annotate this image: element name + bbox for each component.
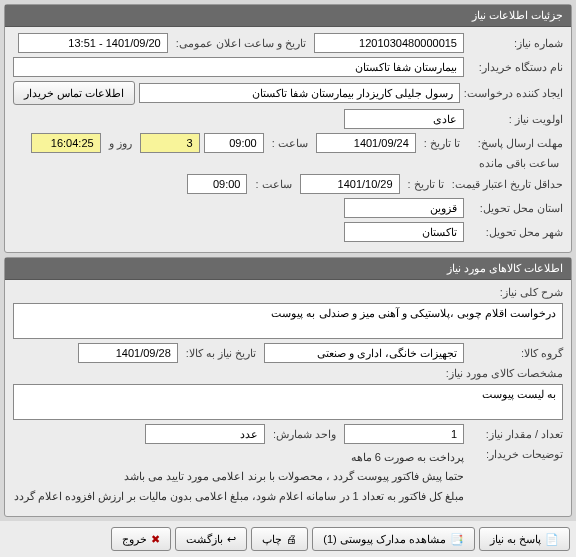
buyer-notes-line-1: پرداخت به صورت 6 ماهه: [13, 448, 464, 467]
panel1-body: شماره نیاز: تاریخ و ساعت اعلان عمومی: نا…: [5, 27, 571, 252]
need-details-panel: جزئیات اطلاعات نیاز شماره نیاز: تاریخ و …: [4, 4, 572, 253]
buyer-notes-line-3: مبلغ کل فاکتور به تعداد 1 در سامانه اعلا…: [13, 487, 464, 506]
reply-to-date-field[interactable]: [316, 133, 416, 153]
to-date-label-2: تا تاریخ :: [408, 178, 444, 191]
time-label-2: ساعت :: [255, 178, 291, 191]
panel1-header: جزئیات اطلاعات نیاز: [5, 5, 571, 27]
remaining-label: ساعت باقی مانده: [479, 157, 559, 170]
validity-date-field[interactable]: [300, 174, 400, 194]
print-button-label: چاپ: [262, 533, 282, 546]
attachments-button[interactable]: مشاهده مدارک پیوستی (1): [312, 527, 475, 551]
back-button[interactable]: بازگشت: [175, 527, 247, 551]
priority-label: اولویت نیاز :: [468, 113, 563, 126]
creator-label: ایجاد کننده درخواست:: [464, 87, 563, 100]
announce-field[interactable]: [18, 33, 168, 53]
desc-textarea[interactable]: [13, 303, 563, 339]
printer-icon: [286, 533, 297, 545]
buyer-label: نام دستگاه خریدار:: [468, 61, 563, 74]
exit-button-label: خروج: [122, 533, 147, 546]
province-label: استان محل تحویل:: [468, 202, 563, 215]
reply-button-label: پاسخ به نیاز: [490, 533, 541, 546]
city-label: شهر محل تحویل:: [468, 226, 563, 239]
province-field[interactable]: [344, 198, 464, 218]
creator-field[interactable]: [139, 83, 460, 103]
panel2-header: اطلاعات کالاهای مورد نیاز: [5, 258, 571, 280]
unit-field[interactable]: [145, 424, 265, 444]
reply-button[interactable]: پاسخ به نیاز: [479, 527, 570, 551]
reply-deadline-label: مهلت ارسال پاسخ:: [468, 137, 563, 150]
exit-button[interactable]: خروج: [111, 527, 171, 551]
city-field[interactable]: [344, 222, 464, 242]
contact-buyer-button[interactable]: اطلاعات تماس خریدار: [13, 81, 135, 105]
validity-time-field[interactable]: [187, 174, 247, 194]
buyer-notes-label: توضیحات خریدار:: [468, 448, 563, 461]
to-date-label-1: تا تاریخ :: [424, 137, 460, 150]
need-date-field[interactable]: [78, 343, 178, 363]
priority-field[interactable]: [344, 109, 464, 129]
spec-label: مشخصات کالای مورد نیاز:: [446, 367, 563, 380]
back-icon: [227, 533, 236, 546]
request-no-field[interactable]: [314, 33, 464, 53]
buyer-field[interactable]: [13, 57, 464, 77]
exit-icon: [151, 533, 160, 546]
action-bar: پاسخ به نیاز مشاهده مدارک پیوستی (1) چاپ…: [0, 521, 576, 557]
time-label-1: ساعت :: [272, 137, 308, 150]
announce-label: تاریخ و ساعت اعلان عمومی:: [176, 37, 306, 50]
attachments-button-label: مشاهده مدارک پیوستی (1): [323, 533, 446, 546]
countdown-field: [31, 133, 101, 153]
group-field[interactable]: [264, 343, 464, 363]
documents-icon: [450, 533, 464, 546]
page-icon: [545, 533, 559, 546]
desc-label: شرح کلی نیاز:: [468, 286, 563, 299]
buyer-notes-line-2: حتما پیش فاکتور پیوست گردد ، محصولات با …: [13, 467, 464, 486]
days-and-label: روز و: [109, 137, 132, 150]
unit-label: واحد شمارش:: [273, 428, 336, 441]
qty-label: تعداد / مقدار نیاز:: [468, 428, 563, 441]
goods-info-panel: اطلاعات کالاهای مورد نیاز شرح کلی نیاز: …: [4, 257, 572, 517]
print-button[interactable]: چاپ: [251, 527, 308, 551]
back-button-label: بازگشت: [186, 533, 223, 546]
group-label: گروه کالا:: [468, 347, 563, 360]
panel2-body: شرح کلی نیاز: گروه کالا: تاریخ نیاز به ک…: [5, 280, 571, 516]
request-no-label: شماره نیاز:: [468, 37, 563, 50]
reply-time-field[interactable]: [204, 133, 264, 153]
days-remaining-field: [140, 133, 200, 153]
need-date-label: تاریخ نیاز به کالا:: [186, 347, 256, 360]
spec-textarea[interactable]: [13, 384, 563, 420]
qty-field[interactable]: [344, 424, 464, 444]
validity-label: حداقل تاریخ اعتبار قیمت:: [452, 178, 563, 191]
